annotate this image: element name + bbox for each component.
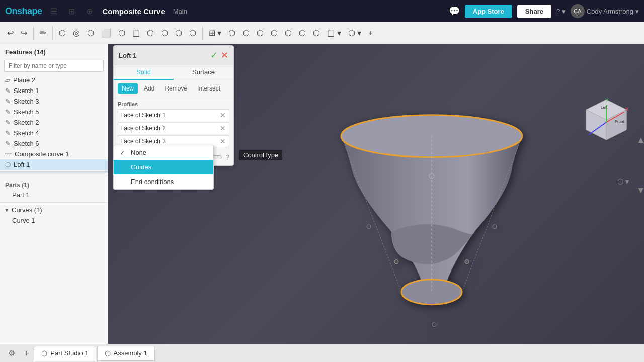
- main-area: Features (14) ▱ Plane 2 ✎ Sketch 1 ✎ Ske…: [0, 44, 644, 344]
- tool17[interactable]: ⬡: [310, 26, 323, 40]
- sidebar-item-label: Composite curve 1: [15, 150, 69, 158]
- view-button[interactable]: ◫ ▾: [324, 26, 344, 40]
- nav-up-arrow[interactable]: ▲: [636, 135, 644, 145]
- control-point: [394, 260, 398, 264]
- loft-confirm-button[interactable]: ✓: [210, 50, 218, 61]
- sidebar-item-sketch3[interactable]: ✎ Sketch 3: [0, 96, 108, 107]
- features-header: Features (14): [0, 44, 108, 60]
- tool14[interactable]: ⬡: [268, 26, 281, 40]
- sketch-icon: ✎: [5, 87, 11, 95]
- document-title: Composite Curve: [103, 7, 165, 16]
- appstore-button[interactable]: App Store: [465, 5, 512, 18]
- add-button[interactable]: +: [365, 27, 376, 40]
- sidebar-item-label: Sketch 2: [14, 119, 39, 126]
- profile-remove-3[interactable]: ✕: [219, 137, 227, 145]
- sketch-button[interactable]: ✏: [37, 26, 49, 40]
- dropdown-item-none[interactable]: ✓ None: [114, 145, 213, 160]
- op-tab-remove[interactable]: Remove: [160, 83, 191, 94]
- message-icon[interactable]: 💬: [449, 6, 460, 17]
- add-tab-button[interactable]: +: [20, 347, 33, 360]
- control-type-label: Control type: [239, 150, 282, 160]
- tab-solid[interactable]: Solid: [114, 65, 174, 80]
- loft-cancel-button[interactable]: ✕: [221, 50, 228, 61]
- tool8[interactable]: ⬡: [158, 26, 171, 40]
- sidebar-item-label: Curve 1: [12, 217, 35, 224]
- control-point: [367, 225, 371, 229]
- op-tab-add[interactable]: Add: [140, 83, 158, 94]
- document-branch: Main: [173, 8, 187, 15]
- tab-part-studio[interactable]: ⬡ Part Studio 1: [34, 346, 96, 361]
- menu-button[interactable]: ☰: [47, 5, 60, 18]
- sidebar-item-sketch4[interactable]: ✎ Sketch 4: [0, 128, 108, 138]
- sketch-icon: ✎: [5, 129, 11, 137]
- viewport-cube[interactable]: X Y Left Front: [579, 95, 629, 145]
- sidebar-item-sketch6[interactable]: ✎ Sketch 6: [0, 138, 108, 149]
- tool1[interactable]: ⬡: [56, 26, 69, 40]
- dropdown-item-end-conditions[interactable]: End conditions: [114, 174, 213, 189]
- sidebar-item-curve1[interactable]: Curve 1: [0, 215, 108, 226]
- undo-button[interactable]: ↩: [4, 26, 17, 40]
- help-icon[interactable]: ?: [225, 153, 229, 161]
- user-info[interactable]: CA Cody Armstrong ▾: [571, 4, 639, 18]
- user-name: Cody Armstrong: [587, 8, 633, 15]
- sidebar-item-sketch5[interactable]: ✎ Sketch 5: [0, 107, 108, 117]
- check-icon: ✓: [120, 149, 127, 156]
- dropdown-item-guides[interactable]: Guides: [114, 160, 213, 174]
- profile-remove-1[interactable]: ✕: [219, 111, 227, 119]
- tool9[interactable]: ⬡: [172, 26, 185, 40]
- display-button[interactable]: ⬡ ▾: [345, 26, 364, 40]
- tool12[interactable]: ⬡: [239, 26, 253, 40]
- curves-header-item[interactable]: ▾ Curves (1): [0, 205, 108, 215]
- sidebar-item-sketch1[interactable]: ✎ Sketch 1: [0, 85, 108, 96]
- tool11[interactable]: ⬡: [225, 26, 238, 40]
- toolbar-separator: [52, 26, 53, 40]
- tool16[interactable]: ⬡: [296, 26, 309, 40]
- help-button[interactable]: ? ▾: [556, 8, 566, 15]
- tab-assembly[interactable]: ⬡ Assembly 1: [97, 346, 155, 361]
- sidebar-item-loft1[interactable]: ⬡ Loft 1: [0, 159, 108, 170]
- profile-remove-2[interactable]: ✕: [219, 124, 227, 132]
- toolbar-separator: [33, 26, 34, 40]
- sketch-icon: ✎: [5, 98, 11, 105]
- parts-header: Parts (1): [0, 178, 108, 190]
- tool6[interactable]: ◫: [129, 26, 143, 40]
- tool4[interactable]: ⬜: [98, 26, 114, 40]
- sketch-icon: ✎: [5, 108, 11, 116]
- zoom-cube-btn[interactable]: ⬡ ▾: [617, 177, 629, 186]
- profiles-section: Profiles Face of Sketch 1 ✕ Face of Sket…: [114, 97, 233, 151]
- operation-tabs: New Add Remove Intersect: [114, 80, 233, 97]
- op-tab-intersect[interactable]: Intersect: [193, 83, 224, 94]
- loft-title-bar: Loft 1 ✓ ✕: [114, 46, 233, 65]
- tool5[interactable]: ⬡: [115, 26, 128, 40]
- tool2[interactable]: ◎: [70, 26, 83, 40]
- logo[interactable]: Onshape: [5, 6, 42, 17]
- topbar: Onshape ☰ ⊞ ⊕ Composite Curve Main 💬 App…: [0, 0, 644, 22]
- sidebar-item-part1[interactable]: Part 1: [0, 190, 108, 200]
- settings-button[interactable]: ⚙: [4, 346, 19, 360]
- redo-button[interactable]: ↪: [18, 26, 30, 40]
- sidebar-item-composite1[interactable]: 〰 Composite curve 1: [0, 149, 108, 159]
- tool10[interactable]: ⬡: [186, 26, 199, 40]
- share-button[interactable]: Share: [517, 5, 551, 18]
- tab-surface[interactable]: Surface: [174, 65, 233, 80]
- tool7[interactable]: ⬡: [144, 26, 157, 40]
- nav-down-arrow[interactable]: ▼: [636, 185, 644, 196]
- grid-button[interactable]: ⊞ ▾: [206, 26, 224, 40]
- tool15[interactable]: ⬡: [282, 26, 295, 40]
- op-tab-new[interactable]: New: [118, 83, 138, 94]
- tool3[interactable]: ⬡: [84, 26, 97, 40]
- dropdown-menu: ✓ None Guides End conditions: [113, 145, 214, 190]
- tool13[interactable]: ⬡: [254, 26, 267, 40]
- dropdown-item-label: End conditions: [131, 178, 174, 186]
- sidebar-item-plane2[interactable]: ▱ Plane 2: [0, 75, 108, 85]
- profile-label-1: Face of Sketch 1: [120, 112, 219, 119]
- tab-assembly-label: Assembly 1: [114, 349, 147, 357]
- filter-input[interactable]: [4, 60, 104, 72]
- dropdown-item-label: Guides: [131, 163, 151, 171]
- features-button[interactable]: ⊞: [65, 5, 78, 18]
- dropdown-overlay: ✓ None Guides End conditions: [113, 145, 214, 190]
- add-feature-button[interactable]: ⊕: [83, 5, 96, 18]
- composite-icon: 〰: [5, 150, 12, 158]
- sidebar-item-sketch2[interactable]: ✎ Sketch 2: [0, 117, 108, 128]
- loft-type-tabs: Solid Surface: [114, 65, 233, 80]
